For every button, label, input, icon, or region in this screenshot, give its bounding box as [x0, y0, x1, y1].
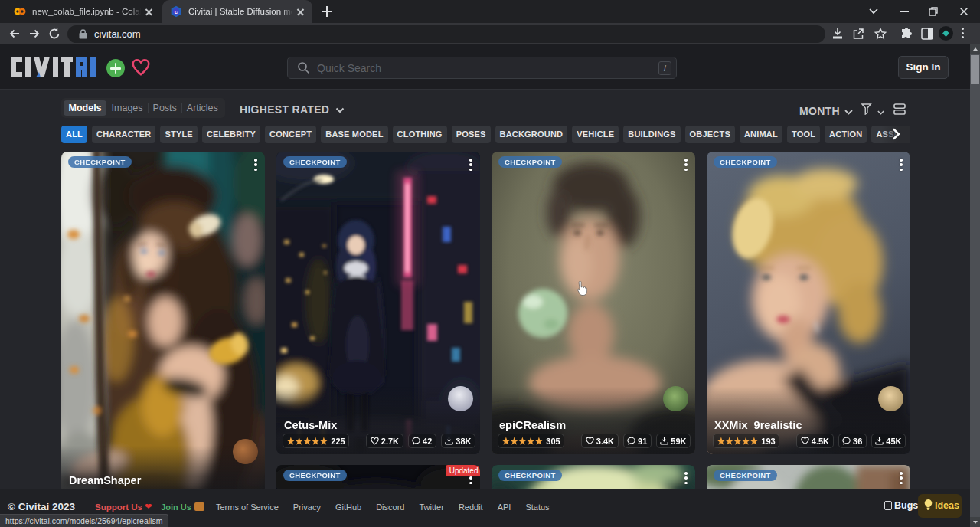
svg-text:c: c — [175, 8, 178, 15]
